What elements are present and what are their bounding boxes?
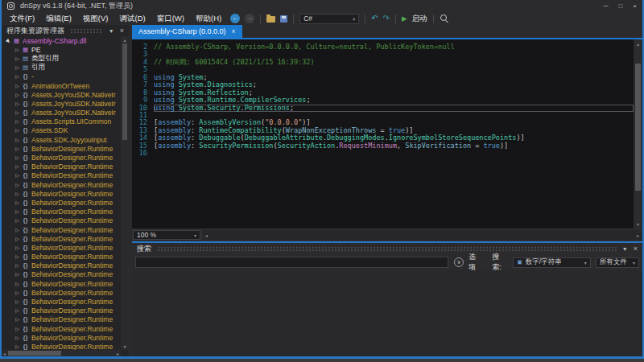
- tree-item[interactable]: ▷{}BehaviorDesigner.Runtime: [2, 306, 121, 315]
- search-type-combobox[interactable]: ▣ 数字/字符串 ▾: [513, 257, 591, 268]
- tree-item[interactable]: ▷{}BehaviorDesigner.Runtime: [2, 189, 121, 198]
- tree-item[interactable]: ▷{}BehaviorDesigner.Runtime: [2, 324, 121, 333]
- panel-drag-handle[interactable]: [157, 246, 617, 252]
- expander-collapsed-icon[interactable]: ▷: [14, 110, 21, 115]
- tree-item[interactable]: ▶▦Assembly-CSharp.dll: [2, 36, 121, 45]
- expander-collapsed-icon[interactable]: ▷: [14, 290, 21, 295]
- start-debug-button[interactable]: 启动: [412, 14, 427, 24]
- tree-item[interactable]: ▷{}BehaviorDesigner.Runtime: [2, 297, 121, 306]
- tree-item[interactable]: ▷{}Assets.JoyYouSDK.NativeIr: [2, 90, 121, 99]
- panel-menu-icon[interactable]: ▼: [622, 246, 628, 252]
- expander-collapsed-icon[interactable]: ▷: [14, 74, 21, 79]
- expander-collapsed-icon[interactable]: ▷: [14, 245, 21, 250]
- tree-item[interactable]: ▷{}BehaviorDesigner.Runtime: [2, 333, 121, 342]
- tree-item[interactable]: ▷{}BehaviorDesigner.Runtime: [2, 279, 121, 288]
- scrollbar-thumb[interactable]: [8, 351, 61, 356]
- tree-item[interactable]: ▷{}Assets.JoyYouSDK.NativeIr: [2, 99, 121, 108]
- menu-item[interactable]: 窗口(W): [151, 14, 190, 24]
- open-file-button[interactable]: [266, 16, 275, 23]
- expander-collapsed-icon[interactable]: ▷: [14, 237, 21, 241]
- undo-button[interactable]: ↶: [371, 14, 378, 23]
- close-button[interactable]: ×: [633, 2, 637, 10]
- navigate-forward-button[interactable]: →: [245, 14, 254, 23]
- tree-item[interactable]: ▷{}BehaviorDesigner.Runtime: [2, 225, 121, 234]
- expander-collapsed-icon[interactable]: ▷: [14, 65, 21, 70]
- expander-collapsed-icon[interactable]: ▷: [14, 183, 21, 187]
- tree-item[interactable]: ▷{}BehaviorDesigner.Runtime: [2, 144, 121, 153]
- expander-collapsed-icon[interactable]: ▷: [14, 263, 21, 268]
- expander-collapsed-icon[interactable]: ▷: [14, 308, 21, 313]
- tree-item[interactable]: ▷{}BehaviorDesigner.Runtime: [2, 243, 121, 252]
- scroll-down-icon[interactable]: ▾: [123, 343, 126, 349]
- maximize-button[interactable]: □: [618, 2, 622, 10]
- expander-collapsed-icon[interactable]: ▷: [14, 282, 21, 286]
- tree-vertical-scrollbar[interactable]: ▴ ▾: [121, 36, 129, 350]
- expander-collapsed-icon[interactable]: ▷: [14, 173, 21, 178]
- menu-item[interactable]: 视图(V): [77, 14, 114, 24]
- scroll-down-icon[interactable]: ▾: [637, 221, 639, 227]
- panel-menu-icon[interactable]: ▼: [109, 28, 114, 34]
- options-expander-icon[interactable]: ∨: [454, 257, 464, 267]
- search-input[interactable]: [135, 257, 448, 268]
- scrollbar-thumb[interactable]: [122, 43, 127, 140]
- tab-assembly-csharp[interactable]: Assembly-CSharp (0.0.0.0) ×: [132, 25, 242, 38]
- expander-collapsed-icon[interactable]: ▷: [14, 209, 21, 214]
- scroll-left-icon[interactable]: ◂: [205, 232, 208, 238]
- start-debug-icon[interactable]: ▶: [402, 14, 407, 23]
- menu-item[interactable]: 编辑(E): [40, 14, 77, 24]
- scroll-up-icon[interactable]: ▴: [123, 37, 126, 43]
- tree-item[interactable]: ▷{}Assets.JoyYouSDK.NativeIr: [2, 109, 121, 117]
- tree-horizontal-scrollbar[interactable]: ◂ ▸: [2, 350, 121, 356]
- expander-collapsed-icon[interactable]: ▷: [14, 254, 21, 259]
- tree-item[interactable]: ▷{}BehaviorDesigner.Runtime: [2, 208, 121, 216]
- tree-item[interactable]: ▷{}BehaviorDesigner.Runtime: [2, 270, 121, 279]
- tree-item[interactable]: ▷{}BehaviorDesigner.Runtime: [2, 234, 121, 243]
- menu-item[interactable]: 文件(F): [4, 14, 40, 24]
- search-scope-combobox[interactable]: 所有文件 ▾: [596, 257, 639, 268]
- expander-collapsed-icon[interactable]: ▷: [14, 56, 21, 61]
- tree-item[interactable]: ▷{}BehaviorDesigner.Runtime: [2, 216, 121, 225]
- tree-item[interactable]: ▷{}BehaviorDesigner.Runtime: [2, 342, 121, 350]
- minimize-button[interactable]: ─: [604, 2, 609, 10]
- tree-item[interactable]: ▷{}Assets.Scripts.UICommon: [2, 117, 121, 126]
- expander-collapsed-icon[interactable]: ▷: [14, 344, 21, 349]
- zoom-combobox[interactable]: 100 % ▾: [133, 230, 200, 240]
- tree-item[interactable]: ▷{}BehaviorDesigner.Runtime: [2, 288, 121, 297]
- expander-collapsed-icon[interactable]: ▷: [14, 146, 21, 151]
- redo-button[interactable]: ↷: [383, 14, 390, 23]
- expander-collapsed-icon[interactable]: ▷: [14, 272, 21, 277]
- expander-collapsed-icon[interactable]: ▷: [14, 119, 21, 124]
- expander-collapsed-icon[interactable]: ▷: [14, 155, 21, 160]
- save-all-button[interactable]: [280, 15, 287, 23]
- tree-item[interactable]: ▷{}BehaviorDesigner.Runtime: [2, 261, 121, 270]
- scroll-right-icon[interactable]: ▸: [117, 351, 119, 356]
- menu-item[interactable]: 帮助(H): [190, 14, 227, 24]
- expander-collapsed-icon[interactable]: ▷: [14, 47, 21, 52]
- panel-drag-handle[interactable]: [70, 28, 103, 34]
- tree-item[interactable]: ▷{}BehaviorDesigner.Runtime: [2, 180, 121, 189]
- search-assemblies-icon[interactable]: [440, 14, 449, 23]
- tree-item[interactable]: ▷{}BehaviorDesigner.Runtime: [2, 162, 121, 171]
- code-editor[interactable]: 2// Assembly-CSharp, Version=0.0.0.0, Cu…: [132, 39, 634, 228]
- tree-item[interactable]: ▷{}-: [2, 72, 121, 81]
- scrollbar-thumb[interactable]: [635, 64, 641, 191]
- tree-item[interactable]: ▷{}Assets.SDK: [2, 126, 121, 135]
- tree-item[interactable]: ▷▤引用: [2, 64, 121, 72]
- menu-item[interactable]: 调试(D): [114, 14, 151, 24]
- expander-collapsed-icon[interactable]: ▷: [14, 138, 21, 142]
- navigate-back-button[interactable]: ←: [230, 14, 240, 23]
- tree-item[interactable]: ▷▦PE: [2, 45, 121, 54]
- expander-collapsed-icon[interactable]: ▷: [14, 84, 21, 88]
- language-combobox[interactable]: C# ▾: [299, 14, 359, 24]
- scroll-left-icon[interactable]: ◂: [3, 351, 6, 356]
- expander-collapsed-icon[interactable]: ▷: [14, 335, 21, 340]
- scroll-right-icon[interactable]: ▸: [637, 232, 639, 238]
- panel-close-icon[interactable]: ×: [120, 27, 124, 35]
- tree-item[interactable]: ▷{}BehaviorDesigner.Runtime: [2, 171, 121, 180]
- expander-collapsed-icon[interactable]: ▷: [14, 164, 21, 169]
- expander-collapsed-icon[interactable]: ▷: [14, 327, 21, 331]
- tree-item[interactable]: ▷{}BehaviorDesigner.Runtime: [2, 153, 121, 162]
- expander-collapsed-icon[interactable]: ▷: [14, 93, 21, 97]
- expander-collapsed-icon[interactable]: ▷: [14, 299, 21, 304]
- tree-item[interactable]: ▷{}BehaviorDesigner.Runtime: [2, 198, 121, 207]
